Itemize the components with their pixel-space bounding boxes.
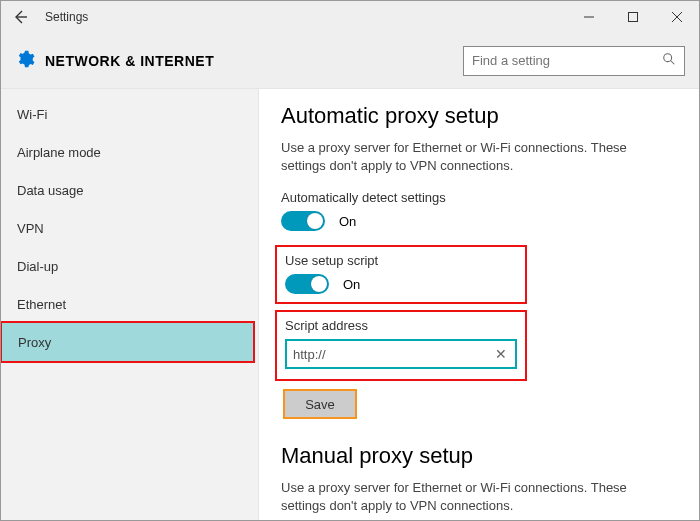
script-toggle-state: On	[343, 277, 360, 292]
highlight-script-address: Script address ✕	[275, 310, 527, 381]
sidebar-item-label: Airplane mode	[17, 145, 101, 160]
maximize-icon	[628, 12, 638, 22]
minimize-button[interactable]	[567, 1, 611, 33]
sidebar-item-label: Proxy	[18, 335, 51, 350]
detect-state: On	[339, 214, 356, 229]
script-address-label: Script address	[285, 318, 515, 333]
manual-description: Use a proxy server for Ethernet or Wi-Fi…	[281, 479, 673, 514]
script-toggle-row: On	[285, 274, 515, 294]
minimize-icon	[584, 12, 594, 22]
sidebar-item-vpn[interactable]: VPN	[1, 209, 258, 247]
back-button[interactable]	[7, 4, 33, 30]
svg-rect-0	[629, 13, 638, 22]
script-toggle-label: Use setup script	[285, 253, 515, 268]
detect-toggle[interactable]	[281, 211, 325, 231]
save-button[interactable]: Save	[283, 389, 357, 419]
clear-icon[interactable]: ✕	[493, 346, 509, 362]
sidebar-item-airplane[interactable]: Airplane mode	[1, 133, 258, 171]
arrow-left-icon	[12, 9, 28, 25]
sidebar-item-label: VPN	[17, 221, 44, 236]
detect-toggle-row: On	[281, 211, 677, 231]
script-address-field[interactable]: ✕	[285, 339, 517, 369]
save-label: Save	[305, 397, 335, 412]
body: Wi-Fi Airplane mode Data usage VPN Dial-…	[1, 89, 699, 520]
close-button[interactable]	[655, 1, 699, 33]
sidebar-item-dialup[interactable]: Dial-up	[1, 247, 258, 285]
window-controls	[567, 1, 699, 33]
content: Automatic proxy setup Use a proxy server…	[259, 89, 699, 520]
sidebar-item-proxy[interactable]: Proxy	[2, 323, 253, 361]
highlight-sidebar: Proxy	[1, 321, 255, 363]
script-address-input[interactable]	[293, 347, 493, 362]
sidebar-item-data-usage[interactable]: Data usage	[1, 171, 258, 209]
search-icon	[662, 52, 676, 69]
settings-window: Settings NETWORK & INTERNET	[0, 0, 700, 521]
search-box[interactable]	[463, 46, 685, 76]
auto-description: Use a proxy server for Ethernet or Wi-Fi…	[281, 139, 673, 174]
manual-heading: Manual proxy setup	[281, 443, 677, 469]
highlight-setup-script: Use setup script On	[275, 245, 527, 304]
close-icon	[672, 12, 682, 22]
titlebar: Settings	[1, 1, 699, 33]
auto-heading: Automatic proxy setup	[281, 103, 677, 129]
sidebar-item-label: Wi-Fi	[17, 107, 47, 122]
svg-point-1	[664, 54, 672, 62]
header-title: NETWORK & INTERNET	[45, 53, 214, 69]
sidebar-item-ethernet[interactable]: Ethernet	[1, 285, 258, 323]
gear-icon	[15, 49, 35, 72]
maximize-button[interactable]	[611, 1, 655, 33]
sidebar-item-label: Data usage	[17, 183, 84, 198]
script-toggle[interactable]	[285, 274, 329, 294]
sidebar: Wi-Fi Airplane mode Data usage VPN Dial-…	[1, 89, 259, 520]
detect-label: Automatically detect settings	[281, 190, 677, 205]
sidebar-item-wifi[interactable]: Wi-Fi	[1, 95, 258, 133]
sidebar-item-label: Dial-up	[17, 259, 58, 274]
search-input[interactable]	[472, 53, 662, 68]
window-title: Settings	[45, 10, 88, 24]
header: NETWORK & INTERNET	[1, 33, 699, 89]
sidebar-item-label: Ethernet	[17, 297, 66, 312]
